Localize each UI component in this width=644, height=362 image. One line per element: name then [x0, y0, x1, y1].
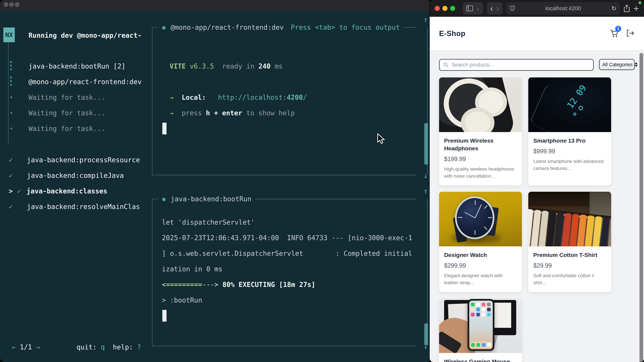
- search-icon: [443, 62, 448, 67]
- panel1-scroll-down-icon[interactable]: ↓: [420, 168, 429, 183]
- select-stepper-icon: [634, 62, 638, 67]
- selected-chevron-icon: >: [9, 187, 13, 195]
- terminal-cursor: [162, 123, 166, 134]
- vite-ready-line: VITE v6.3.5 ready in 240 ms: [170, 58, 282, 74]
- product-price: $29.99: [533, 262, 606, 269]
- keybinding-hints: quit: q help: ?: [76, 339, 141, 355]
- product-card[interactable]: Wireless Gaming Mouse $79.99 High-perfor…: [439, 298, 522, 362]
- terminal-window: NX Running dev @mono-app/react- java-bac…: [0, 0, 429, 362]
- product-name: Smartphone 13 Pro: [533, 137, 606, 144]
- check-icon: ✓: [9, 156, 13, 164]
- task-done-3-selected[interactable]: > ✓ java-backend:classes: [9, 183, 107, 199]
- log-line: let 'dispatcherServlet': [162, 214, 255, 230]
- task-spinner-icon: [10, 76, 12, 86]
- product-image-mouse: [439, 298, 522, 353]
- window-zoom-button[interactable]: [15, 2, 20, 7]
- browser-toolbar: ⌄ ‹ › localhost:4200 ↻ +: [430, 0, 644, 17]
- arrow-icon: →: [170, 93, 174, 101]
- task-done-2[interactable]: ✓ java-backend:compileJava: [9, 168, 124, 183]
- browser-close-button[interactable]: [435, 6, 440, 11]
- log-line: 2025-07-23T12:06:43.971-04:00 INFO 64733…: [162, 230, 412, 246]
- shop-header: E-Shop 1: [430, 17, 644, 50]
- product-price: $199.99: [444, 156, 517, 163]
- refresh-icon[interactable]: ↻: [611, 5, 616, 12]
- product-description: Elegant designer watch with leather stra…: [444, 272, 517, 286]
- panel1-scroll-up-icon[interactable]: ↑: [420, 12, 429, 27]
- product-card[interactable]: Designer Watch $299.99 Elegant designer …: [439, 192, 522, 292]
- browser-traffic-lights: [435, 6, 455, 11]
- recording-indicator-dot: [638, 1, 641, 4]
- browser-zoom-button[interactable]: [450, 6, 455, 11]
- task-running-2[interactable]: @mono-app/react-frontend:dev: [28, 74, 142, 89]
- logout-button[interactable]: [626, 29, 634, 38]
- product-name: Premium Cotton T-Shirt: [533, 251, 606, 259]
- check-icon: ✓: [17, 187, 21, 195]
- waiting-dot-icon: [10, 96, 12, 98]
- search-box[interactable]: [439, 59, 594, 71]
- shop-page: All Categories Premium Wireless Headphon…: [430, 50, 644, 362]
- task-tree-line: [8, 42, 8, 144]
- mouse-cursor: [377, 133, 387, 144]
- product-image-headphones: [439, 77, 522, 132]
- browser-scrollbar-thumb[interactable]: [640, 53, 643, 362]
- product-description: Latest smartphone with advanced camera f…: [533, 158, 606, 172]
- category-select[interactable]: All Categories: [599, 59, 634, 70]
- product-card[interactable]: Premium Cotton T-Shirt $29.99 Soft and c…: [528, 192, 611, 292]
- new-tab-button[interactable]: +: [634, 3, 639, 14]
- vite-help-line: → press h + enter to show help: [170, 105, 295, 121]
- output-panel-backend-header[interactable]: ● java-backend:bootRun: [158, 191, 255, 207]
- desktop: NX Running dev @mono-app/react- java-bac…: [0, 0, 644, 362]
- nav-button-group: ‹ ›: [487, 2, 502, 14]
- share-icon[interactable]: [624, 5, 630, 12]
- waiting-dot-icon: [10, 112, 12, 114]
- task-bullet-icon: ●: [162, 196, 166, 202]
- address-bar[interactable]: localhost:4200 ↻: [506, 2, 620, 14]
- log-line: ] o.s.web.servlet.DispatcherServlet : Co…: [162, 246, 412, 261]
- product-image-tshirt: [528, 192, 611, 246]
- log-line: ization in 0 ms: [162, 261, 222, 277]
- product-card[interactable]: 12 09 Smartphone 13 Pro $999.99 Latest s…: [528, 77, 611, 185]
- task-done-1[interactable]: ✓ java-backend:processResource: [9, 152, 140, 168]
- task-waiting-3: Waiting for task...: [28, 121, 105, 136]
- product-description: High-quality wireless headphones with no…: [444, 166, 517, 180]
- product-name: Premium Wireless Headphones: [444, 137, 517, 152]
- pager-prev-icon[interactable]: ←: [12, 343, 16, 351]
- product-name: Designer Watch: [444, 251, 517, 259]
- terminal-run-title: Running dev @mono-app/react-: [28, 27, 142, 43]
- product-price: $999.99: [533, 148, 606, 155]
- task-bullet-icon: ●: [162, 24, 166, 31]
- progress-bar: =========: [166, 281, 202, 289]
- browser-minimize-button[interactable]: [442, 6, 448, 11]
- output-panel-frontend-header[interactable]: ● @mono-app/react-frontend:dev Press <ta…: [158, 19, 404, 35]
- sidebar-toggle-icon[interactable]: [466, 5, 473, 11]
- pager-next-icon[interactable]: →: [36, 343, 40, 351]
- task-waiting-2: Waiting for task...: [28, 105, 105, 121]
- task-running-1[interactable]: java-backend:bootRun [2]: [28, 58, 126, 74]
- shop-logo-title[interactable]: E-Shop: [439, 29, 466, 38]
- panel2-scroll-up-icon[interactable]: ↑: [420, 183, 429, 199]
- check-icon: ✓: [9, 172, 13, 179]
- local-url-link[interactable]: http://localhost:: [218, 93, 286, 101]
- pager-control[interactable]: ← 1/1 →: [12, 339, 40, 355]
- panel2-scroll-down-icon[interactable]: ↓: [420, 338, 429, 354]
- panel-hint: Press <tab> to focus output: [291, 23, 400, 31]
- forward-button[interactable]: ›: [496, 3, 499, 13]
- sidebar-button-group[interactable]: ⌄: [463, 2, 483, 14]
- window-close-button[interactable]: [4, 2, 8, 7]
- terminal-titlebar[interactable]: [0, 0, 429, 11]
- cart-button[interactable]: 1: [610, 29, 618, 38]
- task-spinner-icon: [10, 61, 12, 70]
- search-input[interactable]: [452, 62, 590, 68]
- page-format-icon[interactable]: [510, 5, 515, 11]
- gradle-progress-line: <=========---> 80% EXECUTING [18m 27s]: [162, 277, 315, 292]
- back-button[interactable]: ‹: [490, 3, 493, 13]
- window-minimize-button[interactable]: [9, 2, 14, 7]
- arrow-icon: →: [170, 109, 174, 117]
- product-card[interactable]: Premium Wireless Headphones $199.99 High…: [439, 77, 522, 185]
- panel1-scroll-thumb[interactable]: [424, 123, 428, 165]
- waiting-dot-icon: [10, 128, 12, 129]
- task-done-4[interactable]: ✓ java-backend:resolveMainClas: [9, 199, 140, 214]
- chevron-down-icon[interactable]: ⌄: [476, 6, 480, 11]
- url-text[interactable]: localhost:4200: [515, 5, 611, 11]
- nx-logo: NX: [3, 27, 15, 42]
